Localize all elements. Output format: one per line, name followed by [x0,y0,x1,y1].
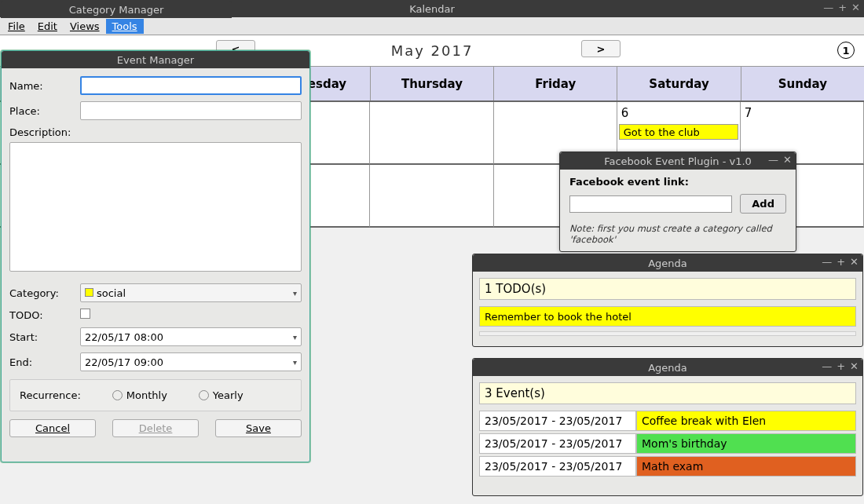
day-number: 7 [745,106,752,120]
maximize-icon[interactable]: + [838,2,847,13]
recurrence-group: Recurrence: Monthly Yearly [9,379,302,411]
end-value: 22/05/17 09:00 [85,356,163,368]
event-title: Coffee break with Elen [636,411,856,431]
start-datetime[interactable]: 22/05/17 08:00 [80,327,302,346]
menubar: File Edit Views Tools [0,17,864,35]
cell-thu-2[interactable] [370,165,493,228]
minimize-icon[interactable]: — [822,360,832,372]
place-input[interactable] [80,101,302,120]
event-date: 23/05/2017 - 23/05/2017 [479,411,636,431]
agenda-events-window: Agenda — + ✕ 3 Event(s) 23/05/2017 - 23/… [472,358,863,496]
agenda-section-header: 1 TODO(s) [479,278,856,300]
recurrence-yearly[interactable]: Yearly [199,389,243,401]
category-label: Category: [9,287,72,299]
todo-label: TODO: [9,309,72,321]
header-saturday: Saturday [617,67,741,100]
start-label: Start: [9,331,72,343]
start-value: 22/05/17 08:00 [85,331,163,343]
close-icon[interactable]: ✕ [851,2,860,13]
menu-file[interactable]: File [2,19,31,34]
agenda-todo-item[interactable]: Remember to book the hotel [479,306,856,327]
header-thursday: Thursday [371,67,494,100]
menu-tools[interactable]: Tools [106,19,144,34]
close-icon[interactable]: ✕ [850,360,859,372]
agenda-event-row[interactable]: 23/05/2017 - 23/05/2017 Math exam [479,456,856,477]
todo-text: Remember to book the hotel [485,311,632,323]
radio-icon [199,390,209,400]
minimize-icon[interactable]: — [823,2,833,13]
radio-icon [112,390,123,400]
maximize-icon[interactable]: + [837,256,845,268]
window-controls: — + ✕ [823,2,860,13]
chevron-right-icon: > [597,43,606,55]
desc-label: Description: [9,126,302,138]
cell-thu-1[interactable] [370,102,493,165]
header-sunday: Sunday [741,67,864,100]
category-combo[interactable]: social [80,283,302,302]
name-input[interactable] [80,76,302,95]
next-month-button[interactable]: > [581,40,621,57]
event-strip[interactable]: Got to the club [619,124,738,140]
recurrence-monthly[interactable]: Monthly [112,389,167,401]
dialog-title: Event Manager [117,54,194,66]
facebook-plugin-dialog: Facebook Event Plugin - v1.0 — ✕ Faceboo… [559,152,796,252]
day-number: 6 [621,106,629,120]
save-label: Save [246,422,271,434]
save-button[interactable]: Save [215,419,302,437]
facebook-link-input[interactable] [569,195,732,213]
window-controls: — + ✕ [822,256,859,268]
menu-views[interactable]: Views [64,19,106,34]
cancel-button[interactable]: Cancel [9,419,96,437]
event-title: Math exam [636,456,856,477]
app-title: Kalendar [409,3,455,15]
todo-checkbox[interactable] [80,309,90,319]
category-value: social [97,287,126,299]
agenda-event-row[interactable]: 23/05/2017 - 23/05/2017 Mom's birthday [479,433,856,454]
agenda-section-header: 3 Event(s) [479,382,856,404]
event-title: Got to the club [624,126,700,138]
close-icon[interactable]: ✕ [850,256,859,268]
agenda-event-row[interactable]: 23/05/2017 - 23/05/2017 Coffee break wit… [479,411,856,431]
color-swatch-icon [85,288,93,297]
recurrence-label: Recurrence: [20,389,81,401]
cancel-label: Cancel [35,422,70,434]
end-label: End: [9,356,72,368]
event-manager-dialog: Event Manager Name: Place: Description: … [1,50,310,462]
dialog-title: Agenda [648,362,687,374]
close-icon[interactable]: ✕ [783,154,792,166]
monthly-label: Monthly [126,389,167,401]
menu-edit[interactable]: Edit [31,19,64,34]
month-label: May 2017 [391,42,474,59]
dialog-title: Category Manager [69,4,164,16]
place-label: Place: [9,105,72,117]
add-button[interactable]: Add [740,194,786,214]
link-label: Facebook event link: [569,176,786,188]
yearly-label: Yearly [213,389,243,401]
dialog-title: Agenda [648,257,687,269]
view-mode-button[interactable]: 1 [837,42,855,59]
dialog-titlebar[interactable]: Event Manager [2,51,309,68]
dialog-titlebar[interactable]: Category Manager [1,1,232,18]
event-title: Mom's birthday [636,433,856,454]
delete-label: Delete [139,422,173,434]
dialog-titlebar[interactable]: Facebook Event Plugin - v1.0 — ✕ [560,152,796,170]
delete-button[interactable]: Delete [112,419,199,437]
window-controls: — ✕ [768,154,792,166]
minimize-icon[interactable]: — [768,154,778,166]
end-datetime[interactable]: 22/05/17 09:00 [80,352,302,371]
window-controls: — + ✕ [822,360,859,372]
scroll-gutter [479,331,856,336]
minimize-icon[interactable]: — [822,256,832,268]
mode-label: 1 [842,45,849,57]
event-date: 23/05/2017 - 23/05/2017 [479,456,636,477]
agenda-todo-window: Agenda — + ✕ 1 TODO(s) Remember to book … [472,254,863,347]
description-textarea[interactable] [9,142,302,272]
plugin-note: Note: first you must create a category c… [569,223,786,245]
dialog-title: Facebook Event Plugin - v1.0 [604,155,752,167]
dialog-titlebar[interactable]: Agenda — + ✕ [473,254,862,272]
name-label: Name: [9,80,72,92]
dialog-titlebar[interactable]: Agenda — + ✕ [473,359,862,376]
add-label: Add [752,198,774,210]
event-date: 23/05/2017 - 23/05/2017 [479,433,636,454]
maximize-icon[interactable]: + [837,360,845,372]
